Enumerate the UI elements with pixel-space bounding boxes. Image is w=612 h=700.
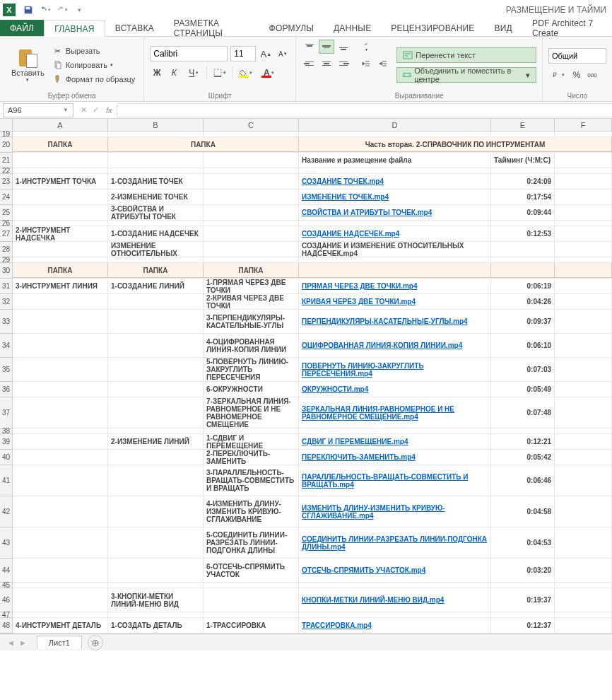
cell[interactable]: 3-ПЕРПЕНДИКУЛЯРЫ-КАСАТЕЛЬНЫЕ-УГЛЫ: [204, 310, 299, 333]
copy-button[interactable]: Копировать▾: [50, 59, 139, 71]
cell[interactable]: [204, 428, 299, 433]
cell[interactable]: [108, 612, 204, 617]
cell[interactable]: 0:07:03: [491, 358, 555, 381]
cell[interactable]: [555, 434, 612, 449]
cell[interactable]: [299, 132, 491, 136]
cell[interactable]: 1-ТРАССИРОВКА: [204, 618, 299, 633]
cell[interactable]: [13, 588, 108, 612]
increase-font-icon[interactable]: A▲: [259, 47, 273, 61]
cells-area[interactable]: ПАПКАПАПКАЧасть вторая. 2-СПРАВОЧНИК ПО …: [13, 132, 612, 634]
sheet-next-icon[interactable]: ►: [19, 638, 27, 647]
cell[interactable]: [13, 428, 108, 433]
cell[interactable]: [555, 174, 612, 189]
cell[interactable]: [555, 588, 612, 612]
undo-icon[interactable]: ▾: [40, 4, 51, 16]
cell[interactable]: [13, 382, 108, 397]
cell[interactable]: СОЗДАНИЕ НАДСЕЧЕК.mp4: [299, 226, 491, 241]
cell[interactable]: [13, 612, 108, 617]
cell[interactable]: [555, 465, 612, 496]
cell[interactable]: 1-ПРЯМАЯ ЧЕРЕЗ ДВЕ ТОЧКИ: [204, 279, 299, 293]
file-link[interactable]: СОЗДАНИЕ ТОЧЕК.mp4: [302, 177, 384, 185]
cell[interactable]: [555, 189, 612, 204]
cell[interactable]: [299, 221, 491, 226]
row-header[interactable]: 32: [0, 294, 12, 310]
cell[interactable]: [13, 496, 108, 527]
file-link[interactable]: КРИВАЯ ЧЕРЕЗ ДВЕ ТОЧКИ.mp4: [302, 298, 416, 305]
file-link[interactable]: ПРЯМАЯ ЧЕРЕЗ ДВЕ ТОЧКИ.mp4: [302, 282, 417, 290]
save-icon[interactable]: [23, 4, 34, 16]
cell[interactable]: [204, 226, 299, 241]
cell[interactable]: [108, 397, 204, 428]
row-header[interactable]: 29: [0, 257, 12, 263]
cell[interactable]: [555, 618, 612, 633]
cell[interactable]: [555, 205, 612, 220]
column-header[interactable]: D: [299, 119, 491, 131]
file-link[interactable]: СВОЙСТВА И АТРИБУТЫ ТОЧЕК.mp4: [302, 209, 432, 216]
cell[interactable]: [13, 189, 108, 204]
tab-formulas[interactable]: ФОРМУЛЫ: [259, 20, 324, 36]
cell[interactable]: [108, 496, 204, 527]
cell[interactable]: [13, 334, 108, 357]
cell[interactable]: [13, 294, 108, 309]
cell[interactable]: 4-ИЗМЕНИТЬ ДЛИНУ-ИЗМЕНИТЬ КРИВУЮ-СГЛАЖИВ…: [204, 496, 299, 527]
row-header[interactable]: 22: [0, 168, 12, 174]
cell[interactable]: [555, 294, 612, 309]
wrap-text-button[interactable]: Перенести текст: [396, 47, 536, 63]
cell[interactable]: [13, 221, 108, 226]
row-header[interactable]: 23: [0, 174, 12, 189]
tab-file[interactable]: ФАЙЛ: [0, 20, 44, 36]
cell[interactable]: [13, 450, 108, 465]
cell[interactable]: 3-ПАРАЛЛЕЛЬНОСТЬ-ВРАЩАТЬ-СОВМЕСТИТЬ И ВР…: [204, 465, 299, 496]
cell[interactable]: [491, 168, 555, 173]
folder-header[interactable]: ПАПКА: [13, 137, 108, 152]
cell[interactable]: 1-СОЗДАНИЕ ЛИНИЙ: [108, 279, 204, 293]
cell[interactable]: [299, 583, 491, 588]
cell[interactable]: [204, 168, 299, 173]
cell[interactable]: 0:17:54: [491, 189, 555, 204]
cell[interactable]: 3-КНОПКИ-МЕТКИ ЛИНИЙ-МЕНЮ ВИД: [108, 588, 204, 612]
cell[interactable]: КРИВАЯ ЧЕРЕЗ ДВЕ ТОЧКИ.mp4: [299, 294, 491, 309]
orientation-icon[interactable]: ab▾: [358, 40, 374, 54]
border-button[interactable]: ▾: [210, 66, 230, 80]
cell[interactable]: [555, 168, 612, 173]
section-title[interactable]: Часть вторая. 2-СПРАВОЧНИК ПО ИНСТРУМЕНТ…: [299, 137, 612, 152]
cell[interactable]: СВОЙСТВА И АТРИБУТЫ ТОЧЕК.mp4: [299, 205, 491, 220]
cell[interactable]: 6-ОТСЕЧЬ-СПРЯМИТЬ УЧАСТОК: [204, 559, 299, 582]
cell[interactable]: 4-ОЦИФРОВАННАЯ ЛИНИЯ-КОПИЯ ЛИНИИ: [204, 334, 299, 357]
cell[interactable]: 2-ИЗМЕНЕНИЕ ТОЧЕК: [108, 189, 204, 204]
row-header[interactable]: 41: [0, 465, 12, 496]
cell[interactable]: [13, 583, 108, 588]
folder-header[interactable]: ПАПКА: [204, 263, 299, 278]
file-link[interactable]: ПАРАЛЛЕЛЬНОСТЬ-ВРАЩАТЬ-СОВМЕСТИТЬ И ВРАЩ…: [302, 473, 488, 489]
cell[interactable]: [555, 279, 612, 293]
tab-home[interactable]: ГЛАВНАЯ: [44, 21, 105, 37]
number-format-select[interactable]: [548, 48, 606, 64]
file-link[interactable]: ИЗМЕНИТЬ ДЛИНУ-ИЗМЕНИТЬ КРИВУЮ-СГЛАЖИВАН…: [302, 504, 488, 520]
tab-insert[interactable]: ВСТАВКА: [105, 20, 164, 36]
row-header[interactable]: 39: [0, 434, 12, 450]
tab-review[interactable]: РЕЦЕНЗИРОВАНИЕ: [381, 20, 484, 36]
file-link[interactable]: ТРАССИРОВКА.mp4: [302, 622, 372, 629]
cell[interactable]: [491, 612, 555, 617]
cell[interactable]: 0:07:48: [491, 397, 555, 428]
row-header[interactable]: 45: [0, 583, 12, 588]
cell[interactable]: 0:05:49: [491, 382, 555, 397]
cell[interactable]: 0:24:09: [491, 174, 555, 189]
tab-view[interactable]: ВИД: [485, 20, 522, 36]
cell[interactable]: 2-ИЗМЕНЕНИЕ ЛИНИЙ: [108, 434, 204, 449]
row-header[interactable]: 40: [0, 450, 12, 465]
cell[interactable]: [13, 132, 108, 136]
file-link[interactable]: ОТСЕЧЬ-СПРЯМИТЬ УЧАСТОК.mp4: [302, 566, 425, 574]
cell[interactable]: СОЗДАНИЕ ТОЧЕК.mp4: [299, 174, 491, 189]
enter-icon[interactable]: ✓: [93, 105, 99, 115]
cell[interactable]: [13, 257, 108, 262]
row-header[interactable]: 36: [0, 382, 12, 397]
file-link[interactable]: СДВИГ И ПЕРЕМЕЩЕНИЕ.mp4: [302, 438, 408, 445]
cell[interactable]: [108, 310, 204, 333]
cell[interactable]: 0:12:21: [491, 434, 555, 449]
cell[interactable]: 0:12:53: [491, 226, 555, 241]
merge-center-button[interactable]: Объединить и поместить в центре▾: [396, 67, 536, 83]
cell[interactable]: [13, 527, 108, 558]
cell[interactable]: 1-ИНСТРУМЕНТ ТОЧКА: [13, 174, 108, 189]
cell[interactable]: [108, 465, 204, 496]
